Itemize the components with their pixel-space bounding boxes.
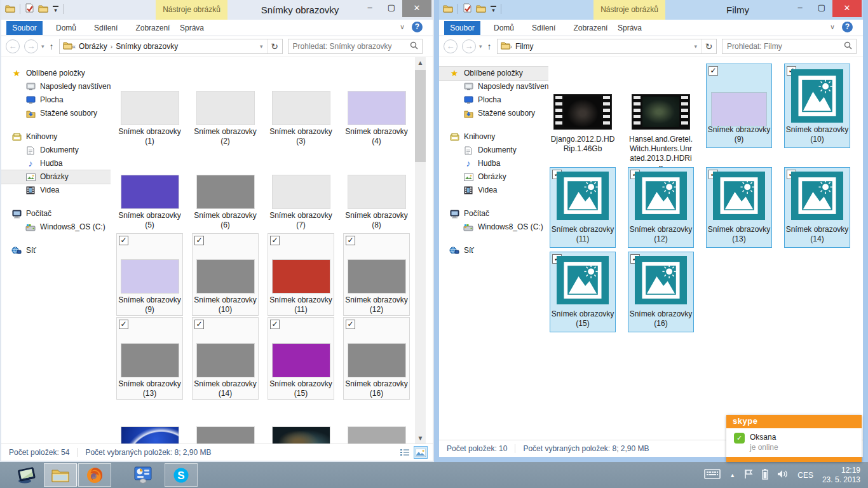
tray-expand-icon[interactable]: ▲ <box>729 472 735 478</box>
titlebar[interactable]: ▾ Nástroje obrázků Snímky obrazovky – ▢ … <box>1 0 433 20</box>
address-dropdown-caret[interactable]: ▾ <box>256 43 267 50</box>
clock[interactable]: 12:19 23. 5. 2013 <box>822 466 860 485</box>
breadcrumb-prefix[interactable]: › <box>510 43 512 50</box>
file-item[interactable]: ✓Snímek obrazovky (10) <box>784 64 850 148</box>
tab-manage[interactable]: Správa <box>165 21 219 35</box>
file-item[interactable]: Snímek obrazovky (1) <box>116 65 183 148</box>
forward-button[interactable]: → <box>462 39 476 53</box>
taskbar-desktop-app-icon[interactable] <box>10 463 43 487</box>
address-bar[interactable]: ›Filmy ▾ ↻ <box>497 39 717 54</box>
ribbon-expand-caret[interactable]: ∨ <box>830 23 835 31</box>
file-item[interactable]: ✓Snímek obrazovky (9) <box>116 233 183 316</box>
breadcrumb-prefix[interactable]: « <box>72 43 76 50</box>
file-item[interactable]: Snímek obrazovky (5) <box>116 149 183 232</box>
qat-customize-caret[interactable]: ▾ <box>491 6 496 13</box>
help-icon[interactable]: ? <box>842 22 853 32</box>
ribbon-expand-caret[interactable]: ∨ <box>400 23 405 31</box>
close-button[interactable]: ✕ <box>402 0 431 17</box>
item-checkbox[interactable]: ✓ <box>270 320 280 329</box>
item-checkbox[interactable]: ✓ <box>346 236 355 245</box>
tab-sdílení[interactable]: Sdílení <box>523 21 564 35</box>
search-input[interactable] <box>288 42 410 51</box>
item-checkbox[interactable]: ✓ <box>119 320 128 329</box>
minimize-button[interactable]: – <box>359 0 381 16</box>
contextual-tab-picture-tools[interactable]: Nástroje obrázků <box>593 0 665 20</box>
file-item[interactable]: Snímek obrazovky (6) <box>192 149 259 232</box>
search-input[interactable] <box>722 42 844 51</box>
file-item[interactable]: Hansel.and.Gretel.Witch.Hunters.Unrated.… <box>628 64 694 148</box>
details-view-button[interactable] <box>398 446 412 459</box>
file-item[interactable]: Snímek obrazovky (7) <box>268 149 334 232</box>
search-box[interactable] <box>288 39 423 54</box>
tab-domů[interactable]: Domů <box>47 21 85 35</box>
sidebar-item-network[interactable]: Síť <box>439 244 548 257</box>
sidebar-item-music[interactable]: ♪Hudba <box>439 157 548 170</box>
up-button[interactable]: ↑ <box>487 41 492 51</box>
titlebar[interactable]: ▾ Nástroje obrázků Filmy – ▢ ✕ <box>439 0 863 20</box>
tab-file[interactable]: Soubor <box>6 21 43 35</box>
file-item[interactable]: ✓Snímek obrazovky (16) <box>628 252 694 332</box>
item-checkbox[interactable]: ✓ <box>194 320 204 329</box>
sidebar-item-desktop[interactable]: Plocha <box>439 93 548 107</box>
file-item[interactable]: ✓Snímek obrazovky (13) <box>706 167 772 248</box>
qat-properties-icon[interactable] <box>463 3 471 15</box>
file-item[interactable] <box>116 401 183 444</box>
file-item[interactable]: ✓Snímek obrazovky (16) <box>343 317 410 400</box>
sidebar-item-libraries[interactable]: Knihovny <box>439 130 548 144</box>
language-indicator[interactable]: CES <box>797 471 813 480</box>
back-button[interactable]: ← <box>444 39 458 53</box>
file-item[interactable] <box>268 401 334 444</box>
file-item[interactable]: ✓Snímek obrazovky (12) <box>343 233 410 316</box>
up-button[interactable]: ↑ <box>50 41 54 51</box>
search-icon[interactable] <box>844 41 852 51</box>
taskbar-firefox-icon[interactable] <box>78 463 111 487</box>
taskbar-control-panel-icon[interactable] <box>126 463 159 487</box>
file-item[interactable]: ✓Snímek obrazovky (15) <box>268 317 334 400</box>
item-checkbox[interactable]: ✓ <box>119 236 128 245</box>
sidebar-item-document[interactable]: Dokumenty <box>439 144 548 157</box>
sidebar-item-star[interactable]: ★Oblíbené položky <box>439 67 548 80</box>
qat-properties-icon[interactable] <box>25 3 34 15</box>
file-item[interactable]: ✓Snímek obrazovky (15) <box>550 252 616 332</box>
sidebar-item-star[interactable]: ★Oblíbené položky <box>1 67 111 80</box>
touch-keyboard-icon[interactable] <box>704 469 721 481</box>
qat-new-folder-icon[interactable] <box>38 4 48 15</box>
sidebar-item-desktop[interactable]: Plocha <box>1 93 111 107</box>
history-caret[interactable]: ▾ <box>479 43 482 50</box>
sidebar-item-network[interactable]: Síť <box>1 244 111 257</box>
breadcrumb-item[interactable]: Filmy <box>513 42 536 51</box>
scroll-down-icon[interactable]: ▼ <box>415 433 426 444</box>
breadcrumb-item[interactable]: Obrázky <box>77 42 109 51</box>
tab-sdílení[interactable]: Sdílení <box>85 21 126 35</box>
file-item[interactable]: Django.2012.D.HDRip.1.46Gb <box>550 64 616 148</box>
sidebar-item-drive[interactable]: Windows8_OS (C:) <box>1 220 111 234</box>
item-checkbox[interactable]: ✓ <box>194 236 204 245</box>
sidebar-item-pictures[interactable]: Obrázky <box>1 170 111 184</box>
sidebar-item-recent[interactable]: Naposledy navštívené <box>439 80 548 93</box>
maximize-button[interactable]: ▢ <box>811 0 832 16</box>
sidebar-item-recent[interactable]: Naposledy navštívené <box>1 80 111 93</box>
file-item[interactable] <box>343 401 410 444</box>
minimize-button[interactable]: – <box>789 0 811 16</box>
item-checkbox[interactable]: ✓ <box>270 236 280 245</box>
sidebar-item-pictures[interactable]: Obrázky <box>439 170 548 184</box>
file-item[interactable] <box>192 401 259 444</box>
help-icon[interactable]: ? <box>412 22 423 32</box>
sidebar-item-videos[interactable]: Videa <box>439 184 548 197</box>
taskbar-skype-icon[interactable]: S <box>165 463 198 487</box>
refresh-icon[interactable]: ↻ <box>267 39 282 53</box>
scroll-up-icon[interactable]: ▲ <box>415 57 426 68</box>
taskbar-file-explorer-icon[interactable] <box>44 463 77 487</box>
breadcrumb-item[interactable]: Snímky obrazovky <box>114 42 180 51</box>
item-checkbox[interactable]: ✓ <box>709 66 718 76</box>
scroll-thumb[interactable] <box>415 70 426 162</box>
sidebar-item-document[interactable]: Dokumenty <box>1 144 111 157</box>
file-item[interactable]: Snímek obrazovky (4) <box>343 65 410 148</box>
file-item[interactable]: Snímek obrazovky (3) <box>268 65 334 148</box>
file-item[interactable]: ✓Snímek obrazovky (14) <box>192 317 259 400</box>
history-caret[interactable]: ▾ <box>41 43 44 50</box>
file-item[interactable]: Snímek obrazovky (8) <box>343 149 410 232</box>
file-item[interactable]: ✓Snímek obrazovky (14) <box>784 167 850 248</box>
tab-domů[interactable]: Domů <box>485 21 523 35</box>
sidebar-item-downloads[interactable]: Stažené soubory <box>1 107 111 120</box>
